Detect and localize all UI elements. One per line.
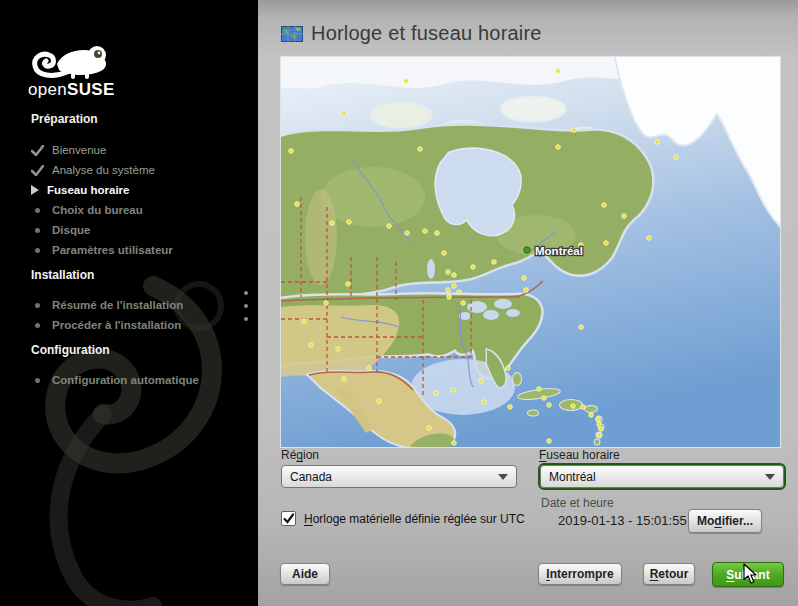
pane-splitter[interactable] (242, 291, 250, 321)
opensuse-logo-text: openSUSE (28, 80, 115, 100)
abort-button[interactable]: Interrompre (538, 563, 622, 585)
bullet-icon (35, 248, 40, 253)
modify-button[interactable]: Modifier... (688, 509, 762, 533)
sidebar-section-configuration: Configuration (31, 343, 110, 357)
sidebar-item-configuration-automatique: Configuration automatique (31, 374, 199, 386)
current-step-arrow-icon (31, 185, 39, 195)
check-icon (31, 145, 44, 156)
datetime-label: Date et heure (541, 496, 614, 510)
sidebar: openSUSE Préparation Bienvenue Analyse d… (0, 0, 258, 606)
bullet-icon (35, 323, 40, 328)
bullet-icon (35, 378, 40, 383)
sidebar-item-label: Fuseau horaire (47, 184, 129, 196)
page-title: Horloge et fuseau horaire (311, 22, 542, 45)
sidebar-section-installation: Installation (31, 268, 94, 282)
help-button[interactable]: Aide (280, 563, 330, 585)
timezone-label: Fuseau horaire (539, 448, 620, 462)
checkbox[interactable] (281, 511, 296, 526)
check-icon (31, 165, 44, 176)
sidebar-item-label: Paramètres utilisateur (52, 244, 173, 256)
installer-window: openSUSE Préparation Bienvenue Analyse d… (0, 0, 798, 606)
sidebar-panel: openSUSE Préparation Bienvenue Analyse d… (3, 8, 253, 606)
sidebar-item-label: Configuration automatique (52, 374, 199, 386)
sidebar-item-label: Résumé de l'installation (52, 299, 183, 311)
sidebar-section-preparation: Préparation (31, 112, 98, 126)
sidebar-item-disque: Disque (31, 224, 90, 236)
opensuse-logo (27, 42, 123, 82)
region-value: Canada (290, 470, 498, 484)
map-rockies (305, 189, 337, 285)
datetime-value: 2019-01-13 - 15:01:55 (558, 513, 687, 528)
region-select[interactable]: Canada (281, 465, 517, 488)
checkmark-icon (282, 512, 295, 525)
sidebar-item-analyse-systeme: Analyse du système (31, 164, 155, 176)
back-button[interactable]: Retour (643, 563, 695, 585)
sidebar-item-label: Choix du bureau (52, 204, 143, 216)
chevron-down-icon (498, 474, 508, 480)
sidebar-item-bienvenue: Bienvenue (31, 144, 106, 156)
sidebar-item-proceder-installation: Procéder à l'installation (31, 319, 181, 331)
hwclock-label: Horloge matérielle définie réglée sur UT… (304, 512, 525, 526)
timezone-value: Montréal (549, 470, 765, 484)
map-city-label: Montréal (535, 245, 583, 257)
world-map-icon (281, 26, 303, 42)
timezone-map[interactable]: Montréal (281, 57, 780, 447)
logo-open: open (28, 80, 67, 99)
logo-suse: SUSE (67, 80, 115, 99)
sidebar-item-resume-installation: Résumé de l'installation (31, 299, 183, 311)
main-pane: Horloge et fuseau horaire (258, 0, 798, 606)
sidebar-item-fuseau-horaire: Fuseau horaire (31, 184, 129, 196)
chevron-down-icon (765, 474, 775, 480)
region-label: Région (281, 448, 319, 462)
bullet-icon (35, 208, 40, 213)
header: Horloge et fuseau horaire (281, 22, 542, 45)
timezone-select[interactable]: Montréal (540, 465, 784, 488)
bullet-icon (35, 303, 40, 308)
next-button[interactable]: Suivant (712, 562, 784, 587)
map-hudson-bay (436, 149, 520, 235)
sidebar-item-label: Disque (52, 224, 90, 236)
sidebar-item-label: Bienvenue (52, 144, 106, 156)
bullet-icon (35, 228, 40, 233)
sidebar-item-label: Analyse du système (52, 164, 155, 176)
sidebar-item-label: Procéder à l'installation (52, 319, 181, 331)
sidebar-item-parametres-utilisateur: Paramètres utilisateur (31, 244, 173, 256)
map-highlands (321, 167, 425, 227)
sidebar-item-choix-bureau: Choix du bureau (31, 204, 143, 216)
hwclock-checkbox-row[interactable]: Horloge matérielle définie réglée sur UT… (281, 511, 525, 526)
